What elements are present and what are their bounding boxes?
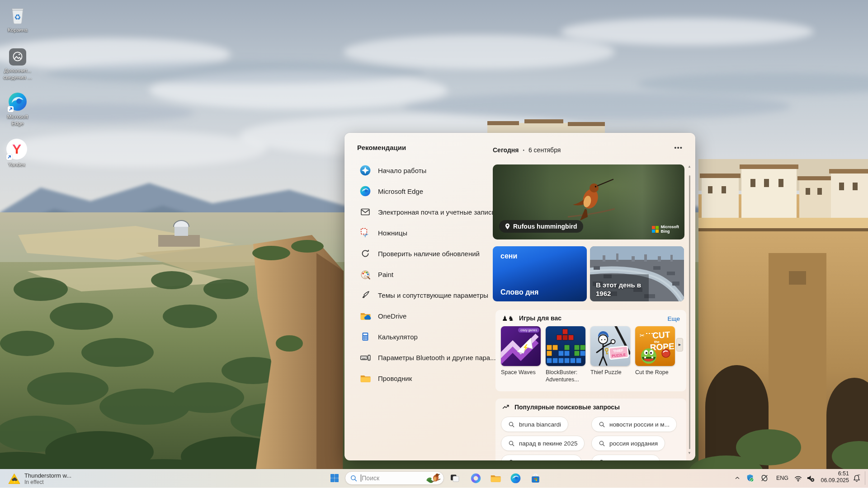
desktop-icon-label: Yandex: [0, 161, 34, 168]
shortcut-arrow-icon: [8, 106, 14, 112]
game-tile-blockbuster[interactable]: [546, 326, 585, 366]
weather-widget-title: Thunderstorm w...: [24, 472, 71, 479]
edge-icon: [7, 90, 28, 112]
games-icon: ♟♞: [502, 315, 514, 322]
rec-item-themes[interactable]: Темы и сопутствующие параметры: [355, 285, 489, 305]
rec-item-label: Paint: [378, 271, 393, 278]
word-of-day-card[interactable]: сени Слово дня: [493, 246, 587, 301]
text-caret: [361, 474, 361, 482]
rec-item-check-updates[interactable]: Проверить наличие обновлений: [355, 243, 489, 264]
search-icon: [599, 421, 605, 428]
game-tile-space-waves[interactable]: crazy games: [501, 326, 541, 366]
scrollbar-down-icon[interactable]: ▼: [687, 451, 692, 455]
today-date: 6 сентября: [528, 146, 561, 154]
rec-item-label: Калькулятор: [378, 333, 418, 341]
on-this-day-card[interactable]: В этот день в 1962: [590, 246, 684, 301]
hero-title-pill[interactable]: Rufous hummingbird: [499, 220, 583, 233]
bing-brand-line: Bing: [661, 229, 679, 234]
wifi-icon: [794, 474, 802, 483]
weather-widget[interactable]: Thunderstorm w... In effect: [5, 470, 75, 487]
rec-item-label: Начало работы: [378, 167, 426, 174]
today-header: Сегодня • 6 сентября: [493, 146, 561, 154]
svg-text:CUT: CUT: [652, 330, 671, 341]
game-tile-cut-the-rope[interactable]: ✂ CUT the ROPE: [635, 326, 675, 366]
taskbar-search-box[interactable]: [345, 471, 444, 485]
more-options-icon[interactable]: •••: [674, 144, 683, 151]
today-label: Сегодня: [493, 146, 519, 154]
search-flyout-panel: Рекомендации Начало работы Microsoft Edg…: [344, 133, 695, 460]
rec-item-calculator[interactable]: Калькулятор: [355, 326, 489, 347]
scrollbar[interactable]: [689, 175, 690, 449]
file-explorer-icon: [490, 472, 501, 484]
search-icon: [508, 440, 515, 447]
rec-item-label: Ножницы: [378, 229, 407, 237]
bell-do-not-disturb-icon: z z: [852, 474, 861, 483]
scrollbar-up-icon[interactable]: ▲: [687, 164, 692, 169]
games-more-link[interactable]: Еще: [668, 315, 680, 322]
search-chip[interactable]: новости россии и м...: [591, 417, 677, 432]
search-icon: [508, 459, 515, 461]
tray-show-hidden-icons-button[interactable]: [731, 472, 743, 484]
bing-brand-line: Microsoft: [661, 225, 679, 229]
svg-text:z: z: [859, 474, 860, 476]
devices-keyboard-icon: [359, 352, 371, 363]
desktop-icon-label: Дополнит...: [0, 67, 35, 74]
rec-item-bluetooth-devices[interactable]: Параметры Bluetooth и другие пара...: [355, 347, 489, 368]
tray-notifications-button[interactable]: z z: [851, 472, 863, 484]
rec-item-label: Microsoft Edge: [378, 188, 423, 195]
game-tile-thief-puzzle[interactable]: THIEF PUZZLE: [590, 326, 630, 366]
desktop-icon-recycle-bin[interactable]: ♻ Корзина: [3, 4, 33, 33]
search-chip[interactable]: новости ростова-на: [501, 455, 582, 460]
onedrive-icon: [359, 310, 371, 322]
rec-item-label: Темы и сопутствующие параметры: [378, 291, 488, 299]
tray-wifi-button[interactable]: [792, 472, 804, 484]
task-view-button[interactable]: [448, 472, 461, 484]
desktop-icon-microsoft-edge[interactable]: Microsoft Edge: [3, 90, 33, 127]
edge-browser-button[interactable]: [509, 472, 522, 484]
game-tile-label: Cut the Rope: [635, 369, 678, 376]
picture-file-icon: [9, 47, 27, 66]
game-tile-label: Thief Puzzle: [590, 369, 633, 376]
copilot-icon: [470, 473, 481, 484]
desktop-screen: ♻ Корзина Дополнит... сведения ... Micro…: [0, 0, 868, 488]
rec-item-onedrive[interactable]: OneDrive: [355, 305, 489, 326]
svg-text:✂: ✂: [640, 332, 645, 339]
game-tile-label: BlockBuster: Adventures...: [546, 369, 588, 383]
bing-hero-card[interactable]: Rufous hummingbird Microsoft Bing: [493, 164, 684, 239]
tray-mouse-disabled-button[interactable]: [759, 472, 770, 484]
search-input[interactable]: [362, 474, 426, 482]
tray-time: 6:51: [814, 470, 849, 477]
rec-item-label: Проверить наличие обновлений: [378, 250, 480, 258]
tray-clock[interactable]: 6:51 06.09.2025: [814, 470, 849, 484]
desktop-icon-label: Microsoft: [0, 113, 35, 120]
game-tile-label: Space Waves: [501, 369, 543, 376]
copilot-button[interactable]: [469, 472, 482, 484]
svg-text:Y: Y: [12, 141, 21, 156]
rec-item-file-explorer[interactable]: Проводник: [355, 368, 489, 389]
show-desktop-button[interactable]: [865, 471, 865, 485]
tray-language-indicator[interactable]: ENG: [776, 475, 788, 481]
search-highlight-bird-icon[interactable]: [426, 473, 441, 483]
search-chip[interactable]: телеграмм web: [591, 455, 660, 460]
start-button[interactable]: [328, 472, 341, 484]
rec-item-mail-accounts[interactable]: Электронная почта и учетные записи: [355, 202, 489, 222]
svg-text:♻: ♻: [14, 13, 21, 22]
tray-security-button[interactable]: [744, 472, 756, 484]
games-next-page-button[interactable]: ▶: [676, 338, 683, 352]
desktop-icon-additional-info[interactable]: Дополнит... сведения ...: [3, 47, 33, 81]
microsoft-store-button[interactable]: [529, 472, 542, 484]
search-chip[interactable]: bruna biancardi: [501, 417, 568, 432]
shortcut-arrow-icon: [6, 154, 12, 160]
rec-item-microsoft-edge[interactable]: Microsoft Edge: [355, 181, 489, 202]
rec-item-paint[interactable]: Paint: [355, 264, 489, 285]
search-chip[interactable]: россия иордания: [591, 436, 665, 451]
get-started-icon: [359, 164, 371, 176]
rec-item-label: Параметры Bluetooth и другие пара...: [378, 354, 496, 361]
games-section: ♟♞ Игры для вас Еще crazy games Space Wa…: [495, 310, 686, 391]
search-chip[interactable]: парад в пекине 2025: [501, 436, 585, 451]
rec-item-snipping-tool[interactable]: ✂ Ножницы: [355, 222, 489, 243]
rec-item-get-started[interactable]: Начало работы: [355, 160, 489, 181]
file-explorer-button[interactable]: [489, 472, 502, 484]
word-of-day-caption: Слово дня: [500, 288, 538, 296]
desktop-icon-yandex[interactable]: Y Yandex: [2, 137, 32, 168]
